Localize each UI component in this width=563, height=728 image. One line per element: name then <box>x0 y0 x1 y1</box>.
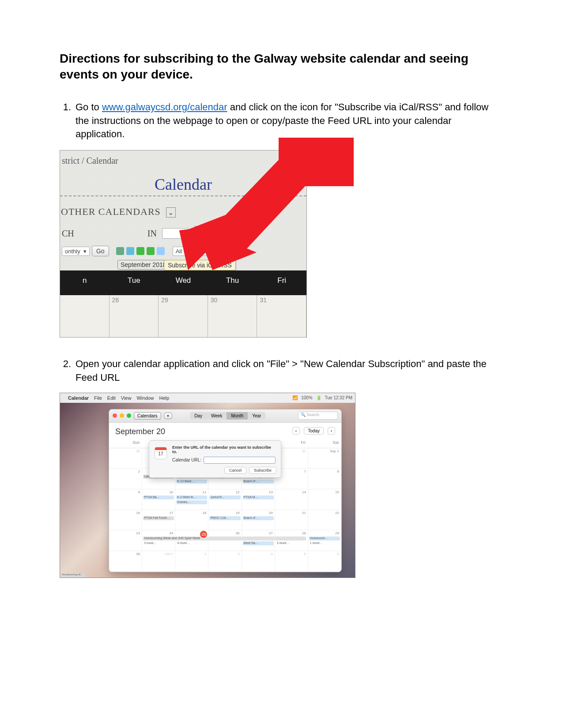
close-icon[interactable] <box>113 413 117 418</box>
day-cell[interactable]: Oct 1 <box>142 551 175 571</box>
day-cell[interactable]: 4 <box>242 551 275 571</box>
day-cell[interactable]: 12Junior/S… <box>208 489 242 510</box>
day-cell[interactable]: 21 <box>275 510 308 530</box>
rss-icon[interactable] <box>126 247 134 255</box>
event-meet[interactable]: Meet Da… <box>243 541 274 545</box>
event-ptsa-m[interactable]: PTSA M… <box>243 495 274 499</box>
event-k12[interactable]: K-12 Back… <box>176 480 207 484</box>
day-cell[interactable]: 15 <box>308 489 341 510</box>
day-cell[interactable]: 254 more… <box>175 530 208 551</box>
week-row: 23 24Homecoming Week and JHS Spirit Week… <box>109 530 341 551</box>
day-cell[interactable]: 23 <box>109 530 142 551</box>
event-grades[interactable]: Grades… <box>176 500 207 504</box>
seg-week[interactable]: Week <box>207 412 227 420</box>
menu-app[interactable]: Calendar <box>68 395 89 401</box>
day-mon-partial: n <box>60 276 110 285</box>
menu-file[interactable]: File <box>94 395 102 401</box>
more-3b[interactable]: 3 more… <box>276 541 307 545</box>
event-board2[interactable]: Board of … <box>243 516 274 520</box>
day-header-labels: n Tue Wed Thu Fri <box>60 276 306 285</box>
day-cell[interactable]: 283 more… <box>275 530 308 551</box>
day-cell[interactable]: 9 <box>109 489 142 510</box>
event-ptsa[interactable]: PTSA Ba… <box>143 495 174 499</box>
day-cell[interactable]: 14 <box>275 489 308 510</box>
prev-month-button[interactable]: ‹ <box>292 427 300 435</box>
seg-month[interactable]: Month <box>227 412 248 420</box>
dialog-prompt: Enter the URL of the calendar you want t… <box>172 445 276 454</box>
print-icon[interactable] <box>116 247 124 255</box>
day-cell[interactable]: 22 <box>308 510 341 530</box>
calendars-button[interactable]: Calendars <box>134 412 161 420</box>
day-cell[interactable]: 26 <box>109 448 142 469</box>
day-cell[interactable]: 13PTSA M… <box>242 489 275 510</box>
day-cell[interactable]: 18 <box>175 510 208 530</box>
day-thu: Thu <box>208 276 257 285</box>
day-cell[interactable]: 19PMOC Coll… <box>208 510 242 530</box>
day-cell[interactable]: 2 <box>175 551 208 571</box>
day-cell[interactable]: 20Board of … <box>242 510 275 530</box>
event-k2[interactable]: K-2 Meet th… <box>176 495 207 499</box>
step-2-text: Open your calendar application and click… <box>76 357 503 385</box>
view-select[interactable]: onthly ▾ <box>62 247 90 256</box>
subscribe-button[interactable]: Subscribe <box>249 467 276 474</box>
day-cell[interactable]: 11K-2 Meet th…Grades… <box>175 489 208 510</box>
day-cell[interactable]: 16 <box>109 510 142 530</box>
battery-label: 100% <box>301 395 313 400</box>
day-cell[interactable]: 5 <box>275 551 308 571</box>
search-input[interactable]: 🔍 Search <box>298 412 338 420</box>
other-calendars-text: OTHER CALENDARS <box>61 206 161 217</box>
day-cell[interactable]: 24Homecoming Week and JHS Spirit Week3 m… <box>142 530 175 551</box>
event-hc[interactable]: Homecomi… <box>309 537 340 540</box>
event-ptsa-fall[interactable]: PTSA Fall Fundr… <box>143 516 174 520</box>
calendar-link[interactable]: www.galwaycsd.org/calendar <box>102 101 227 113</box>
other-calendars-label: OTHER CALENDARS ⌄ <box>61 206 176 218</box>
menu-edit[interactable]: Edit <box>107 395 116 401</box>
date-num: 31 <box>260 296 267 304</box>
event-pmoc[interactable]: PMOC Coll… <box>209 516 240 520</box>
today-button[interactable]: Today <box>304 427 324 435</box>
day-cell[interactable]: 3 <box>208 551 242 571</box>
more-4[interactable]: 4 more… <box>176 541 207 545</box>
day-cell[interactable]: 26 <box>208 530 242 551</box>
more-1[interactable]: 1 more… <box>309 541 340 545</box>
next-month-button[interactable]: › <box>328 427 335 435</box>
red-arrow-annotation <box>164 138 354 270</box>
today-marker: 25 <box>200 531 207 538</box>
calendar-url-input[interactable] <box>204 457 276 464</box>
seg-day[interactable]: Day <box>190 412 207 420</box>
month-badge: September 2018 <box>117 260 170 270</box>
more-3a[interactable]: 3 more… <box>143 541 174 545</box>
step-2-number: 2. <box>60 357 76 385</box>
week-row: 9 10PTSA Ba… 11K-2 Meet th…Grades… 12Jun… <box>109 489 341 510</box>
go-button[interactable]: Go <box>92 246 109 256</box>
zoom-icon[interactable] <box>127 413 131 418</box>
menu-window[interactable]: Window <box>136 395 154 401</box>
day-cell[interactable]: 29Homecomi…1 more… <box>308 530 341 551</box>
day-cell[interactable]: 8 <box>308 469 341 489</box>
subscribe-ical-icon[interactable] <box>147 247 155 255</box>
minimize-icon[interactable] <box>120 413 124 418</box>
day-cell[interactable]: Sep 1 <box>308 448 341 469</box>
copy-icon[interactable] <box>157 247 165 255</box>
event-board[interactable]: Board of … <box>243 480 274 484</box>
icon-day-number: 17 <box>158 451 163 456</box>
export-icon[interactable] <box>136 247 144 255</box>
week-row: 16 17PTSA Fall Fundr… 18 19PMOC Coll… 20… <box>109 510 341 531</box>
day-cell[interactable]: 10PTSA Ba… <box>142 489 175 510</box>
menu-view[interactable]: View <box>121 395 132 401</box>
day-cell[interactable]: 27Meet Da… <box>242 530 275 551</box>
day-cell[interactable]: 17PTSA Fall Fundr… <box>142 510 175 530</box>
day-cell[interactable]: 2 <box>109 469 142 489</box>
day-fri: Fri <box>257 276 306 285</box>
menu-help[interactable]: Help <box>159 395 170 401</box>
day-cell[interactable]: 30 <box>109 551 142 571</box>
cancel-button[interactable]: Cancel <box>224 467 246 474</box>
add-calendar-button[interactable]: + <box>164 413 173 419</box>
day-cell[interactable]: 6 <box>308 551 341 571</box>
seg-year[interactable]: Year <box>248 412 265 420</box>
view-segment[interactable]: Day Week Month Year <box>190 412 265 420</box>
event-junior[interactable]: Junior/S… <box>209 495 240 499</box>
step-1: 1. Go to www.galwaycsd.org/calendar and … <box>60 101 503 141</box>
step-2: 2. Open your calendar application and cl… <box>60 357 503 385</box>
wifi-icon: 📶 <box>292 395 298 400</box>
